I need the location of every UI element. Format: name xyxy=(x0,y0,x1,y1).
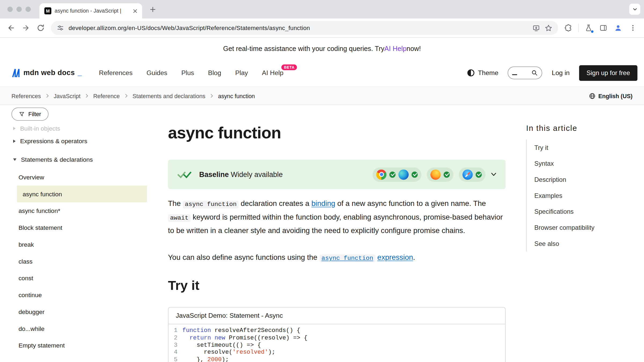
url-text: developer.allizom.org/en-US/docs/Web/Jav… xyxy=(69,25,528,31)
install-icon[interactable] xyxy=(532,24,540,32)
site-info-icon[interactable] xyxy=(57,24,64,32)
sidebar-item[interactable]: class xyxy=(12,253,147,270)
brand-text: mdn web docs xyxy=(23,69,75,77)
promo-text-after: now! xyxy=(407,45,421,52)
supported-check-icon xyxy=(444,171,450,178)
sidebar-item[interactable]: do...while xyxy=(12,320,147,337)
signup-button[interactable]: Sign up for free xyxy=(579,65,637,81)
sidebar-item[interactable]: Overview xyxy=(12,169,147,186)
browser-support-firefox xyxy=(427,167,453,182)
beta-badge: BETA xyxy=(281,64,297,70)
page-content: Filter Built-in objects Expressions & op… xyxy=(0,105,644,362)
nav-item-guides[interactable]: Guides xyxy=(147,69,167,77)
baseline-check-icon xyxy=(177,170,193,179)
caret-right-icon xyxy=(13,126,16,130)
baseline-chevron-icon[interactable] xyxy=(491,172,496,176)
browser-tab[interactable]: M async function - JavaScript | xyxy=(39,3,142,19)
sidebar-item[interactable]: Empty statement xyxy=(12,337,147,354)
sidebar-section-expressions[interactable]: Expressions & operators xyxy=(12,132,147,150)
extensions-puzzle-icon[interactable] xyxy=(561,21,575,35)
breadcrumb-current: async function xyxy=(218,93,255,99)
mdn-logo[interactable]: mdn web docs _ xyxy=(12,68,82,78)
breadcrumb-item[interactable]: Reference xyxy=(93,93,120,99)
toc-item-browser-compatibility[interactable]: Browser compatibility xyxy=(534,224,594,231)
supported-check-icon xyxy=(389,171,396,178)
nav-item-ai-help[interactable]: AI Help BETA xyxy=(262,69,283,77)
profile-avatar-icon[interactable] xyxy=(611,21,625,35)
toolbar-divider xyxy=(578,24,579,32)
sidebar: Filter Built-in objects Expressions & op… xyxy=(12,105,147,354)
search-input[interactable] xyxy=(508,67,542,79)
toc-item-syntax[interactable]: Syntax xyxy=(534,160,554,167)
toc-item-specifications[interactable]: Specifications xyxy=(534,208,573,215)
breadcrumb-item[interactable]: JavaScript xyxy=(54,93,80,99)
labs-flask-icon[interactable] xyxy=(581,21,595,35)
nav-item-references[interactable]: References xyxy=(99,69,133,77)
inline-code: await xyxy=(168,214,191,222)
sidebar-item[interactable]: debugger xyxy=(12,303,147,320)
caret-right-icon xyxy=(13,139,16,143)
toc-item-try-it[interactable]: Try it xyxy=(534,144,548,151)
language-switcher[interactable]: English (US) xyxy=(589,93,633,99)
nav-item-plus[interactable]: Plus xyxy=(181,69,194,77)
nav-item-play[interactable]: Play xyxy=(235,69,248,77)
sidebar-item-built-in-objects[interactable]: Built-in objects xyxy=(12,125,147,132)
side-panel-icon[interactable] xyxy=(596,21,610,35)
forward-button[interactable] xyxy=(19,21,33,35)
window-minimize-button[interactable] xyxy=(16,6,22,12)
sidebar-item[interactable]: const xyxy=(12,270,147,287)
window-zoom-button[interactable] xyxy=(25,6,31,12)
tab-close-icon[interactable] xyxy=(131,7,139,15)
breadcrumb-item[interactable]: Statements and declarations xyxy=(133,93,206,99)
toc-item-description[interactable]: Description xyxy=(534,176,566,183)
sidebar-item[interactable]: continue xyxy=(12,286,147,303)
tab-search-chevron-button[interactable] xyxy=(629,4,640,15)
firefox-icon xyxy=(430,169,441,179)
safari-icon xyxy=(462,169,473,179)
binding-link[interactable]: binding xyxy=(311,200,335,208)
theme-toggle[interactable]: Theme xyxy=(467,69,498,77)
sidebar-item[interactable]: break xyxy=(12,236,147,253)
baseline-browsers xyxy=(372,167,496,182)
supported-check-icon xyxy=(475,171,482,178)
sidebar-section-statements[interactable]: Statements & declarations xyxy=(12,150,147,169)
tryit-heading: Try it xyxy=(168,278,506,293)
chrome-icon xyxy=(376,169,386,179)
login-link[interactable]: Log in xyxy=(552,69,570,77)
mdn-favicon: M xyxy=(44,8,51,14)
nav-item-blog[interactable]: Blog xyxy=(208,69,221,77)
chevron-right-icon xyxy=(125,94,128,98)
chevron-right-icon xyxy=(85,94,88,98)
demo-title: JavaScript Demo: Statement - Async xyxy=(169,307,505,324)
brand-cursor: _ xyxy=(78,69,82,77)
expression-link[interactable]: expression xyxy=(377,253,413,261)
ai-help-link[interactable]: AI Help xyxy=(384,45,407,52)
window-controls xyxy=(8,6,31,12)
demo-code-editor[interactable]: 1function resolveAfter2Seconds() {2 retu… xyxy=(169,324,505,362)
toc-item-examples[interactable]: Examples xyxy=(534,192,562,199)
globe-icon xyxy=(589,93,595,99)
toc-item-see-also[interactable]: See also xyxy=(534,240,559,247)
menu-kebab-icon[interactable] xyxy=(626,21,640,35)
back-button[interactable] xyxy=(4,21,18,35)
promo-text-before: Get real-time assistance with your codin… xyxy=(223,45,385,52)
sidebar-item[interactable]: async function* xyxy=(12,202,147,219)
sidebar-item[interactable]: Block statement xyxy=(12,219,147,236)
reload-button[interactable] xyxy=(34,21,48,35)
intro-paragraph: The async function declaration creates a… xyxy=(168,197,506,237)
address-bar[interactable]: developer.allizom.org/en-US/docs/Web/Jav… xyxy=(51,21,558,35)
table-of-contents: In this article Try it Syntax Descriptio… xyxy=(526,124,634,252)
window-close-button[interactable] xyxy=(8,6,13,12)
caret-down-icon xyxy=(13,158,17,161)
sidebar-item-active[interactable]: async function xyxy=(17,186,147,202)
toc-list: Try it Syntax Description Examples Speci… xyxy=(526,139,634,252)
async-function-expression-link[interactable]: async function xyxy=(319,253,375,261)
search-icon xyxy=(532,70,538,76)
breadcrumb: References JavaScript Reference Statemen… xyxy=(12,93,255,99)
new-tab-button[interactable] xyxy=(149,5,157,14)
breadcrumb-item[interactable]: References xyxy=(12,93,41,99)
filter-button[interactable]: Filter xyxy=(12,108,49,121)
bookmark-star-icon[interactable] xyxy=(545,24,552,32)
tab-title: async function - JavaScript | xyxy=(55,8,128,14)
theme-icon xyxy=(467,69,474,76)
